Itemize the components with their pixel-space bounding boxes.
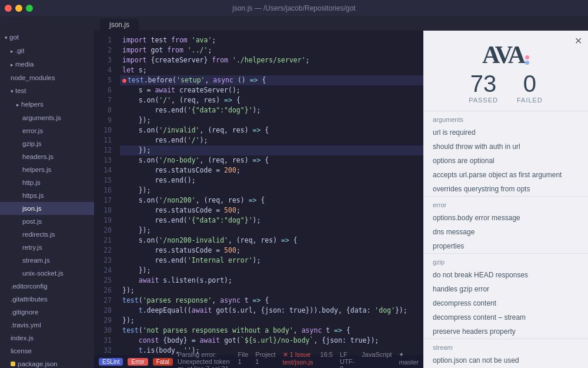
panel-item[interactable]: handles gzip error xyxy=(423,282,588,296)
tab-bar: json.js xyxy=(0,16,588,31)
ava-logo-text: AVA xyxy=(482,42,524,67)
code-line-10: s.on('/', (req, res) => { xyxy=(120,95,423,105)
code-line-40: test('not parses responses without a bod… xyxy=(120,326,423,336)
panel-item[interactable]: options.body error message xyxy=(423,211,588,225)
code-line-16: }); xyxy=(120,145,423,155)
line-number-31: 31 xyxy=(94,336,112,346)
panel-item[interactable]: preserve headers property xyxy=(423,324,588,339)
sidebar-item-got[interactable]: ▾got xyxy=(0,31,94,44)
code-line-19: res.statusCode = 200; xyxy=(120,165,423,175)
sidebar-item-package.json[interactable]: package.json xyxy=(0,357,94,368)
sidebar-item-json.js[interactable]: json.js xyxy=(0,202,94,215)
sidebar-item-helpers[interactable]: ▸helpers xyxy=(0,98,94,111)
sidebar-item-test[interactable]: ▾test xyxy=(0,84,94,98)
issue-file: test/json.js xyxy=(283,359,313,366)
line-number-19: 19 xyxy=(94,216,112,226)
sidebar-item-.travis.yml[interactable]: .travis.yml xyxy=(0,319,94,331)
panel-item[interactable]: accepts url.parse object as first argume… xyxy=(423,168,588,182)
code-line-20: res.end(); xyxy=(120,175,423,185)
panel-section-gzip: gzipdo not break HEAD responseshandles g… xyxy=(423,253,588,339)
panel-item[interactable]: options are optional xyxy=(423,154,588,168)
panel-item[interactable]: decompress content – stream xyxy=(423,310,588,324)
line-number-21: 21 xyxy=(94,236,112,246)
line-number-6: 6 xyxy=(94,85,112,95)
sidebar-item-media[interactable]: ▸media xyxy=(0,58,94,71)
ava-header: ✕ AVA 73 PASSED 0 FAILED xyxy=(423,31,588,111)
fatal-badge[interactable]: Fatal xyxy=(153,358,173,366)
sidebar-item-.gitattributes[interactable]: .gitattributes xyxy=(0,293,94,306)
panel-item[interactable]: do not break HEAD responses xyxy=(423,268,588,282)
sidebar-item-stream.js[interactable]: stream.js xyxy=(0,254,94,267)
line-number-24: 24 xyxy=(94,266,112,276)
line-number-16: 16 xyxy=(94,185,112,195)
sidebar-item-https.js[interactable]: https.js xyxy=(0,189,94,202)
close-button[interactable] xyxy=(5,5,12,12)
maximize-button[interactable] xyxy=(26,5,33,12)
sidebar-item-http.js[interactable]: http.js xyxy=(0,176,94,189)
code-line-36: test('parses response', async t => { xyxy=(120,296,423,306)
line-number-12: 12 xyxy=(94,145,112,155)
sidebar-item-gzip.js[interactable]: gzip.js xyxy=(0,137,94,150)
code-line-21: }); xyxy=(120,185,423,195)
passed-label: PASSED xyxy=(469,97,498,104)
code-line-12: }); xyxy=(120,115,423,125)
panel-section-arguments: argumentsurl is requiredshould throw wit… xyxy=(423,111,588,196)
code-line-3: import {createServer} from './helpers/se… xyxy=(120,55,423,65)
sidebar-item-helpers.js[interactable]: helpers.js xyxy=(0,163,94,176)
line-number-23: 23 xyxy=(94,256,112,266)
panel-section-title-arguments: arguments xyxy=(423,111,588,125)
sidebar-item-arguments.js[interactable]: arguments.js xyxy=(0,111,94,124)
sidebar-item-license[interactable]: license xyxy=(0,344,94,357)
sidebar-item-retry.js[interactable]: retry.js xyxy=(0,241,94,254)
line-number-8: 8 xyxy=(94,105,112,115)
sidebar-item-unix-socket.js[interactable]: unix-socket.js xyxy=(0,267,94,280)
panel-item[interactable]: properties xyxy=(423,239,588,253)
tab-json[interactable]: json.js xyxy=(100,19,139,31)
panel-item[interactable]: dns message xyxy=(423,225,588,239)
sidebar-item-redirects.js[interactable]: redirects.js xyxy=(0,228,94,241)
sidebar-item-post.js[interactable]: post.js xyxy=(0,215,94,228)
code-line-5: let s; xyxy=(120,65,423,75)
ava-stats: 73 PASSED 0 FAILED xyxy=(469,72,543,104)
sidebar: ▾got▸.git▸medianode_modules▾test▸helpers… xyxy=(0,31,94,368)
panel-section-title-error: error xyxy=(423,197,588,211)
sidebar-item-.editorconfig[interactable]: .editorconfig xyxy=(0,280,94,293)
sidebar-item-error.js[interactable]: error.js xyxy=(0,124,94,137)
code-line-38: }); xyxy=(120,316,423,326)
sidebar-item-.gitignore[interactable]: .gitignore xyxy=(0,306,94,319)
line-numbers: 1234567891011121314151617181920212223242… xyxy=(94,31,115,355)
failed-label: FAILED xyxy=(517,97,543,104)
panel-item[interactable]: decompress content xyxy=(423,296,588,310)
panel-item[interactable]: option.json can not be used xyxy=(423,353,588,367)
line-number-20: 20 xyxy=(94,226,112,236)
sidebar-item-headers.js[interactable]: headers.js xyxy=(0,150,94,163)
code-line-31: }); xyxy=(120,266,423,276)
panel-item[interactable]: should throw with auth in url xyxy=(423,140,588,154)
panel-item[interactable]: overrides querystring from opts xyxy=(423,182,588,196)
code-line-37: t.deepEqual((await got(s.url, {json: tru… xyxy=(120,306,423,316)
panel-item[interactable]: url is required xyxy=(423,125,588,140)
error-badge[interactable]: Error xyxy=(128,358,148,366)
sidebar-item-node_modules[interactable]: node_modules xyxy=(0,71,94,84)
code-line-34: }); xyxy=(120,286,423,296)
ava-dots xyxy=(525,55,529,65)
line-number-26: 26 xyxy=(94,286,112,296)
eslint-badge[interactable]: ESLint xyxy=(99,358,123,366)
code-editor[interactable]: import test from 'ava';import got from '… xyxy=(115,31,423,355)
editor-area: 1234567891011121314151617181920212223242… xyxy=(94,31,423,368)
line-number-14: 14 xyxy=(94,165,112,175)
code-line-41: const {body} = await got(`${s.url}/no-bo… xyxy=(120,336,423,346)
window-controls xyxy=(5,5,33,12)
code-line-2: import got from '../'; xyxy=(120,45,423,55)
sidebar-item-git[interactable]: ▸.git xyxy=(0,44,94,58)
code-line-28: s.on('/non200-invalid', (req, res) => { xyxy=(120,236,423,246)
minimize-button[interactable] xyxy=(15,5,22,12)
sidebar-item-index.js[interactable]: index.js xyxy=(0,331,94,344)
right-panel: ✕ AVA 73 PASSED 0 FAILED argumentsurl i xyxy=(423,31,588,368)
ava-logo: AVA xyxy=(482,42,529,67)
close-panel-button[interactable]: ✕ xyxy=(574,35,582,47)
line-number-15: 15 xyxy=(94,175,112,185)
code-line-24: res.statusCode = 500; xyxy=(120,205,423,216)
line-number-22: 22 xyxy=(94,246,112,256)
line-number-2: 2 xyxy=(94,45,112,55)
